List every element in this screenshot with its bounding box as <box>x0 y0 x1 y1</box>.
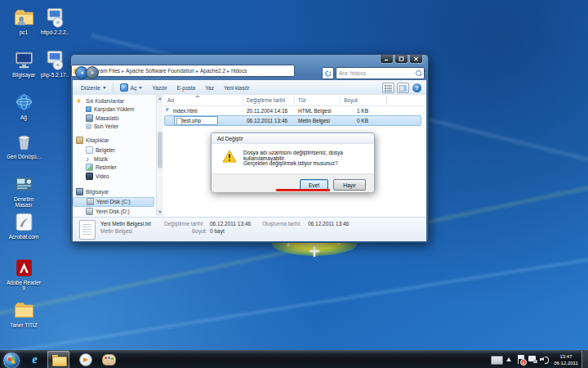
pictures-icon <box>86 164 93 171</box>
window-controls <box>379 55 423 63</box>
column-header-name[interactable]: Ad <box>167 97 174 103</box>
rename-input[interactable] <box>182 117 215 123</box>
details-size-label: Boyut: <box>192 228 207 234</box>
dialog-message-line1: Dosya adı uzantısını değiştirirseniz, do… <box>243 150 374 161</box>
taskbar-windows-explorer[interactable] <box>47 351 69 368</box>
change-view-button[interactable] <box>382 83 394 93</box>
windows-flag-icon <box>7 357 15 364</box>
toolbar-yeni-klasor[interactable]: Yeni klasör <box>219 82 255 93</box>
desktop-icon-php-installer[interactable]: php-5.2.17.. <box>36 49 74 78</box>
acrobat-com-icon <box>13 211 35 233</box>
maximize-button[interactable] <box>394 55 408 64</box>
nav-item-label: Video <box>96 173 109 179</box>
taskbar-internet-explorer[interactable]: e <box>24 351 46 368</box>
nav-group-label: Sık Kullanılanlar <box>86 98 124 104</box>
breadcrumb-segment[interactable]: Apache2.2 <box>200 68 225 74</box>
desktop-icon-adobe-reader[interactable]: Adobe Reader 9 <box>5 257 42 291</box>
clock-date: 06.12.2011 <box>550 360 581 366</box>
nav-item-label: Yerel Disk (D:) <box>96 209 130 214</box>
dialog-title-bar[interactable]: Ad Değiştir <box>212 133 374 144</box>
file-row-test-php[interactable]: 06.12.2011 13:46 Metin Belgesi 0 KB <box>164 115 421 126</box>
desktop-icon-label: Geri Dönüşü... <box>5 154 42 159</box>
toolbar-label: Düzenle <box>81 85 100 91</box>
desktop-icon-httpd-installer[interactable]: httpd-2.2.2.. <box>36 7 74 35</box>
column-header-date[interactable]: Değiştirme tarihi <box>247 97 285 103</box>
column-separator[interactable] <box>386 96 387 105</box>
help-button[interactable]: ? <box>412 83 421 92</box>
minimize-button[interactable] <box>380 55 394 64</box>
nav-group-label: Bilgisayar <box>86 189 109 195</box>
search-input[interactable] <box>339 69 411 77</box>
dialog-message-line2: Gerçekten değiştirmek istiyor musunuz? <box>243 160 338 166</box>
desktop-icon-ag[interactable]: Ağ <box>5 92 42 120</box>
forward-arrow-icon <box>91 71 94 74</box>
nav-item-pictures[interactable]: Resimler <box>73 163 163 172</box>
nav-item-video[interactable]: Video <box>73 172 163 181</box>
refresh-button[interactable] <box>322 67 334 79</box>
nav-item-label: Müzik <box>94 156 108 162</box>
column-separator[interactable] <box>340 96 341 105</box>
nav-item-label: Karşıdan Yüklem <box>94 106 134 112</box>
close-button[interactable] <box>409 55 423 64</box>
desktop-icon-denetim-masasi[interactable]: Denetim Masası <box>5 173 42 208</box>
desktop-icon-recycle-bin[interactable]: Geri Dönüşü... <box>5 131 42 159</box>
text-document-icon <box>79 220 96 240</box>
desktop-icon-taner-folder[interactable]: Taner TITIZ <box>5 299 42 328</box>
file-row-index-html[interactable]: e index.html 20.11.2004 14:16 HTML Belge… <box>164 106 421 114</box>
forward-button[interactable] <box>86 66 99 79</box>
music-icon: ♪ <box>86 156 91 162</box>
nav-group-favorites[interactable]: ★Sık Kullanılanlar <box>76 98 163 104</box>
nav-item-disk-d[interactable]: Yerel Disk (D:) <box>73 207 163 216</box>
taskbar-media-player[interactable] <box>74 351 96 368</box>
speaker-cone <box>540 357 544 361</box>
nav-item-music[interactable]: ♪Müzik <box>73 155 163 163</box>
nav-group-computer[interactable]: Bilgisayar <box>76 188 163 195</box>
sort-ascending-icon <box>195 95 200 97</box>
nav-item-disk-c[interactable]: Yerel Disk (C:) <box>73 197 154 207</box>
tray-volume-icon[interactable] <box>540 356 548 363</box>
column-header-size[interactable]: Boyut <box>344 97 358 103</box>
breadcrumb-segment[interactable]: htdocs <box>231 68 247 74</box>
rename-edit-box[interactable] <box>174 116 218 125</box>
taskbar-paint[interactable] <box>98 351 120 368</box>
tray-action-center-icon[interactable]: x <box>517 355 525 365</box>
toolbar-duzenle[interactable]: Düzenle <box>76 82 111 93</box>
preview-pane-button[interactable] <box>397 83 409 93</box>
tray-show-hidden-icon[interactable] <box>506 357 511 361</box>
nav-item-recent[interactable]: Son Yerler <box>73 123 163 130</box>
toolbar-eposta[interactable]: E-posta <box>172 82 200 93</box>
breadcrumb-segment[interactable]: Apache Software Foundation <box>126 68 194 74</box>
nav-item-documents[interactable]: Belgeler <box>73 146 163 155</box>
breadcrumb-separator-icon: ▸ <box>122 68 124 74</box>
toolbar-yaz[interactable]: Yaz <box>200 82 219 93</box>
column-separator[interactable] <box>243 96 243 105</box>
nav-item-label: Masaüstü <box>96 115 118 121</box>
taskbar-clock[interactable]: 13:47 06.12.2011 <box>550 353 581 366</box>
nav-item-desktop[interactable]: Masaüstü <box>73 113 163 122</box>
toolbar-ac[interactable]: Aç <box>115 82 148 93</box>
no-button[interactable]: Hayır <box>333 179 366 191</box>
no-button-label: Hayır <box>343 182 356 188</box>
search-icon <box>416 70 421 76</box>
tray-keyboard-icon[interactable] <box>491 356 503 365</box>
start-button[interactable] <box>3 352 20 368</box>
adobe-reader-icon <box>13 257 35 279</box>
desktop: pc1 httpd-2.2.2.. Bilgisayar php-5.2.17.… <box>0 0 588 368</box>
computer-icon <box>76 188 83 195</box>
toolbar-separator <box>113 83 114 92</box>
control-panel-icon <box>13 173 35 195</box>
show-desktop-button[interactable] <box>581 351 588 368</box>
nav-group-libraries[interactable]: Kitaplıklar <box>76 137 163 144</box>
column-header-type[interactable]: Tür <box>298 97 306 103</box>
toolbar-yazdir[interactable]: Yazdır <box>147 82 172 93</box>
desktop-icon-acrobat-com[interactable]: Acrobat.com <box>5 211 42 240</box>
file-size: 1 KB <box>336 108 368 114</box>
column-separator[interactable] <box>294 96 295 105</box>
toolbar-label: Aç <box>131 85 137 91</box>
html-file-icon: e <box>166 105 172 112</box>
tray-network-icon[interactable] <box>528 356 537 363</box>
nav-item-downloads[interactable]: Karşıdan Yüklem <box>73 105 163 113</box>
error-badge: x <box>520 359 527 366</box>
nav-group-label: Kitaplıklar <box>86 137 109 143</box>
shared-folder-icon <box>13 7 35 29</box>
